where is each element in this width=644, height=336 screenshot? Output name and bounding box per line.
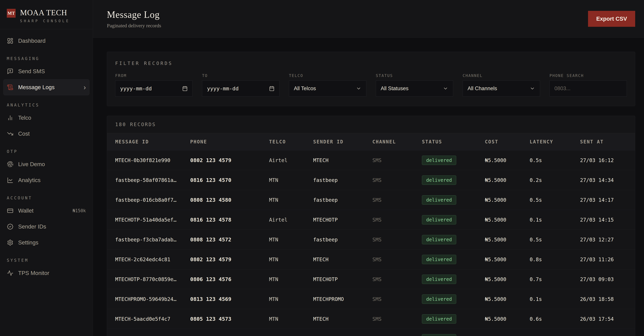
filter-card: FILTER RECORDS FROMyyyy-mm-ddTOyyyy-mm-d… xyxy=(107,52,635,106)
sidebar-item-analytics[interactable]: Analytics xyxy=(4,172,90,188)
cell-latency: 0.8s xyxy=(522,257,572,262)
cell-status: delivered xyxy=(414,156,477,165)
calendar-icon xyxy=(182,86,188,91)
sidebar-item-message-logs[interactable]: Message Logs› xyxy=(4,79,90,95)
cell-status: delivered xyxy=(414,255,477,264)
calendar-icon xyxy=(269,86,274,91)
dashboard-icon xyxy=(7,38,14,44)
cell-sent-at: 27/03 14:34 xyxy=(572,177,635,183)
filter-field-label: FROM xyxy=(115,73,192,78)
cell-phone: 0805 123 4573 xyxy=(182,316,261,322)
cell-latency: 0.1s xyxy=(522,217,572,223)
cell-cost: ₦5.5000 xyxy=(477,157,522,163)
table-row: MTECHPROMO-59649b24…0813 123 4569MTNMTEC… xyxy=(107,289,635,309)
chevron-down-icon xyxy=(530,86,535,91)
filter-field-telco: TELCOAll Telcos xyxy=(289,73,366,96)
sidebar-item-dashboard[interactable]: Dashboard xyxy=(4,33,90,49)
cell-message-id: fastbeep-58af07861a… xyxy=(107,177,182,183)
filter-field-label: TELCO xyxy=(289,73,366,78)
bar-chart-icon xyxy=(7,115,14,121)
filter-field-channel: CHANNELAll Channels xyxy=(463,73,540,96)
fingerprint-icon xyxy=(7,161,14,167)
gear-icon xyxy=(7,239,14,246)
cell-cost: ₦5.5000 xyxy=(477,177,522,183)
cell-cost: ₦5.5000 xyxy=(477,257,522,262)
cell-phone: 0808 123 4580 xyxy=(182,197,261,203)
cell-message-id: MTECHPROMO-59649b24… xyxy=(107,296,182,302)
sidebar-item-send-sms[interactable]: Send SMS xyxy=(4,63,90,79)
cell-channel: SMS xyxy=(364,197,414,203)
cell-sender-id: MTECH xyxy=(305,157,364,163)
filter-field-label: PHONE SEARCH xyxy=(550,73,627,78)
brand-name: MOAA TECH xyxy=(20,9,70,17)
cell-sender-id: fastbeep xyxy=(305,177,364,183)
select-telco[interactable]: All Telcos xyxy=(289,80,366,96)
cell-message-id: MTECHOTP-51a40da5ef… xyxy=(107,217,182,223)
cell-cost: ₦5.5000 xyxy=(477,237,522,243)
sidebar-item-wallet[interactable]: Wallet₦150k xyxy=(4,203,90,219)
cell-status: delivered xyxy=(414,275,477,284)
status-badge: delivered xyxy=(422,235,456,244)
wallet-balance-badge: ₦150k xyxy=(72,208,86,213)
filter-grid: FROMyyyy-mm-ddTOyyyy-mm-ddTELCOAll Telco… xyxy=(107,73,635,106)
sidebar-item-telco[interactable]: Telco xyxy=(4,110,90,126)
sidebar-item-label: Message Logs xyxy=(18,84,55,90)
cell-sent-at: 27/03 14:17 xyxy=(572,197,635,203)
cell-status: delivered xyxy=(414,175,477,185)
page-header: Message Log Paginated delivery records E… xyxy=(93,0,644,38)
column-header-telco: TELCO xyxy=(261,139,305,145)
cell-telco: MTN xyxy=(261,296,305,302)
cell-sent-at: 26/03 18:58 xyxy=(572,296,635,302)
table-row: MTECH-2c624edc4c810802 123 4579MTNMTECHS… xyxy=(107,250,635,269)
brand: MT MOAA TECH SHARP CONSOLE xyxy=(0,0,93,29)
sidebar: MT MOAA TECH SHARP CONSOLE DashboardMESS… xyxy=(0,0,93,336)
trending-down-icon xyxy=(7,131,14,137)
field-value-text: All Channels xyxy=(468,85,530,91)
cell-sender-id: MTECHOTP xyxy=(305,276,364,282)
records-count-label: 180 RECORDS xyxy=(107,116,635,133)
sidebar-item-sender-ids[interactable]: Sender IDs xyxy=(4,219,90,235)
field-value-text: All Telcos xyxy=(294,85,356,91)
input-to[interactable]: yyyy-mm-dd xyxy=(202,80,280,96)
sidebar-item-cost[interactable]: Cost xyxy=(4,126,90,142)
sidebar-item-label: Wallet xyxy=(18,208,34,214)
page-subtitle: Paginated delivery records xyxy=(107,23,161,28)
cell-channel: SMS xyxy=(364,296,414,302)
chevron-down-icon xyxy=(443,86,448,91)
cell-channel: SMS xyxy=(364,177,414,183)
status-badge: delivered xyxy=(422,295,456,304)
cell-phone: 0813 123 4569 xyxy=(182,296,261,302)
cell-sent-at: 27/03 12:27 xyxy=(572,237,635,243)
sidebar-item-settings[interactable]: Settings xyxy=(4,235,90,251)
content: FILTER RECORDS FROMyyyy-mm-ddTOyyyy-mm-d… xyxy=(93,38,644,336)
sidebar-section-label-account: ACCOUNT xyxy=(0,188,93,203)
input-from[interactable]: yyyy-mm-dd xyxy=(115,80,192,96)
select-status[interactable]: All Statuses xyxy=(376,80,453,96)
cell-channel: SMS xyxy=(364,157,414,163)
cell-status: delivered xyxy=(414,235,477,244)
column-header-message-id: MESSAGE ID xyxy=(107,139,182,145)
table-header-row: MESSAGE IDPHONETELCOSENDER IDCHANNELSTAT… xyxy=(107,133,635,150)
column-header-cost: COST xyxy=(477,139,522,145)
sidebar-item-live-demo[interactable]: Live Demo xyxy=(4,156,90,172)
cell-phone: 0816 123 4578 xyxy=(182,217,261,223)
cell-telco: MTN xyxy=(261,316,305,322)
sidebar-item-tps-monitor[interactable]: TPS Monitor xyxy=(4,265,90,281)
activity-icon xyxy=(7,270,14,276)
cell-message-id: MTECH-5aacd0e5f4c7 xyxy=(107,316,182,322)
table-row: fastbeep-f3cba7adab…0808 123 4572MTNfast… xyxy=(107,230,635,250)
export-csv-button[interactable]: Export CSV xyxy=(588,11,635,27)
status-badge: delivered xyxy=(422,255,456,264)
cell-sent-at: 27/03 11:26 xyxy=(572,257,635,262)
cell-latency: 0.2s xyxy=(522,177,572,183)
input-phone-search[interactable]: 0803... xyxy=(550,80,627,96)
line-chart-icon xyxy=(7,177,14,183)
status-badge: delivered xyxy=(422,156,456,165)
chevron-down-icon xyxy=(356,86,361,91)
cell-sent-at: 26/03 17:54 xyxy=(572,316,635,322)
filter-field-label: CHANNEL xyxy=(463,73,540,78)
filter-card-title: FILTER RECORDS xyxy=(107,52,635,73)
status-badge: delivered xyxy=(422,275,456,284)
select-channel[interactable]: All Channels xyxy=(463,80,540,96)
cell-sender-id: MTECH xyxy=(305,316,364,322)
